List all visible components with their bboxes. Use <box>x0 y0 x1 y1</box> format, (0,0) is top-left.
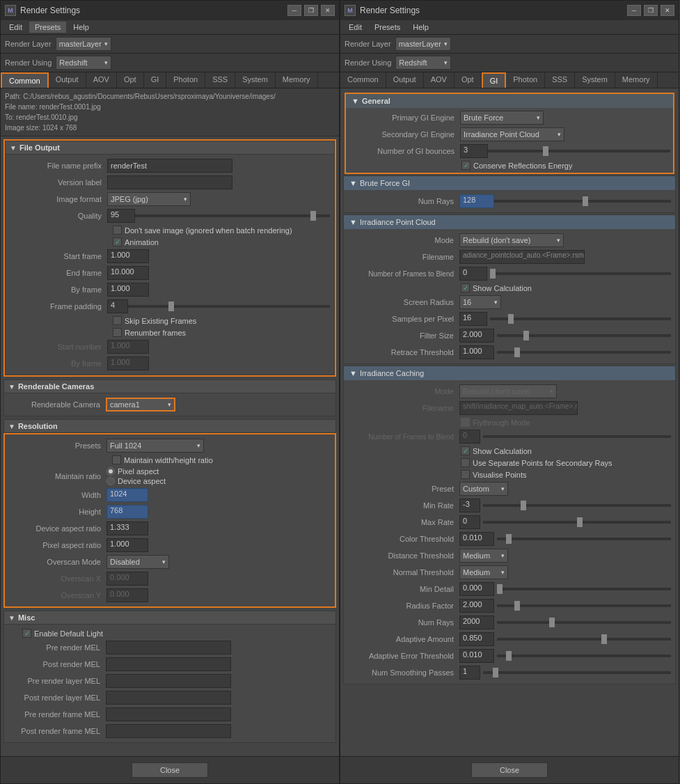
camera-dropdown[interactable]: camera1 ▾ <box>106 398 175 411</box>
ic-num-rays-slider[interactable] <box>497 621 671 624</box>
file-output-header[interactable]: ▼ File Output <box>5 141 335 155</box>
conserve-reflections-checkbox[interactable]: ✓ <box>461 161 471 170</box>
pixel-aspect-radio[interactable] <box>106 467 115 476</box>
ic-adaptive-amount-slider[interactable] <box>497 638 671 641</box>
ic-num-rays-value[interactable]: 2000 <box>459 616 494 629</box>
retrace-value[interactable]: 1.000 <box>459 345 494 359</box>
frame-padding-thumb[interactable] <box>168 301 174 311</box>
right-tab-photon[interactable]: Photon <box>506 72 545 88</box>
samples-thumb[interactable] <box>508 314 514 324</box>
ic-min-detail-thumb[interactable] <box>497 584 503 594</box>
num-rays-value[interactable]: 128 <box>459 194 494 208</box>
post-render-layer-mel-input[interactable] <box>106 691 231 705</box>
ic-min-rate-thumb[interactable] <box>521 501 526 510</box>
tab-photon[interactable]: Photon <box>166 72 205 88</box>
resolution-header[interactable]: ▼ Resolution <box>3 419 336 433</box>
right-render-layer-dropdown[interactable]: masterLayer ▾ <box>395 37 451 51</box>
num-rays-thumb[interactable] <box>583 196 588 206</box>
post-render-frame-mel-input[interactable] <box>106 724 231 738</box>
ic-min-detail-slider[interactable] <box>497 588 671 590</box>
ic-max-rate-value[interactable]: 0 <box>459 515 480 529</box>
bounces-slider[interactable] <box>488 150 670 152</box>
version-label-input[interactable] <box>107 175 232 189</box>
device-aspect-radio[interactable] <box>106 477 115 485</box>
ic-color-threshold-thumb[interactable] <box>506 534 512 544</box>
ic-num-smoothing-thumb[interactable] <box>493 668 498 677</box>
right-menu-presets[interactable]: Presets <box>369 22 406 33</box>
ipc-frames-blend-thumb[interactable] <box>490 269 496 279</box>
right-restore-btn[interactable]: ❐ <box>644 5 658 16</box>
right-render-using-dropdown[interactable]: Redshift ▾ <box>395 56 451 70</box>
ic-radius-factor-value[interactable]: 2.000 <box>459 599 494 613</box>
tab-sss[interactable]: SSS <box>205 72 235 88</box>
pre-render-mel-input[interactable] <box>106 641 231 654</box>
ic-adaptive-amount-thumb[interactable] <box>601 634 607 644</box>
misc-header[interactable]: ▼ Misc <box>3 611 336 625</box>
ipc-show-calc-checkbox[interactable]: ✓ <box>461 283 470 292</box>
filter-size-thumb[interactable] <box>523 331 529 340</box>
quality-value[interactable]: 95 <box>107 209 135 223</box>
resolution-presets-dropdown[interactable]: Full 1024 ▾ <box>106 439 204 453</box>
tab-opt[interactable]: Opt <box>117 72 144 88</box>
left-menu-presets[interactable]: Presets <box>29 22 66 33</box>
left-scroll-area[interactable]: ▼ File Output File name prefix Version l… <box>1 136 339 756</box>
ic-num-rays-thumb[interactable] <box>549 618 555 627</box>
left-render-layer-dropdown[interactable]: masterLayer ▾ <box>56 37 111 51</box>
right-close-btn[interactable]: ✕ <box>661 5 674 16</box>
end-frame-value[interactable]: 10.000 <box>107 266 149 280</box>
right-tab-memory[interactable]: Memory <box>615 72 658 88</box>
ic-min-rate-slider[interactable] <box>483 504 671 507</box>
ic-use-separate-checkbox[interactable] <box>461 458 470 467</box>
num-rays-slider[interactable] <box>494 200 671 203</box>
ic-adaptive-amount-value[interactable]: 0.850 <box>459 632 494 646</box>
tab-aov[interactable]: AOV <box>86 72 117 88</box>
overscan-mode-dropdown[interactable]: Disabled ▾ <box>106 555 169 569</box>
ic-visualise-checkbox[interactable] <box>461 470 470 479</box>
start-frame-value[interactable]: 1.000 <box>107 249 149 263</box>
right-tab-gi[interactable]: GI <box>482 72 507 88</box>
retrace-thumb[interactable] <box>514 347 520 357</box>
ipc-frames-blend-slider[interactable] <box>490 272 671 275</box>
ic-num-smoothing-slider[interactable] <box>483 671 671 674</box>
pixel-aspect-ratio-value[interactable]: 1.000 <box>106 538 148 552</box>
maintain-ratio-checkbox[interactable] <box>112 455 121 464</box>
right-minimize-btn[interactable]: ─ <box>627 5 641 16</box>
bounces-thumb[interactable] <box>543 146 548 156</box>
cameras-header[interactable]: ▼ Renderable Cameras <box>3 379 336 393</box>
ic-adaptive-error-thumb[interactable] <box>506 651 512 661</box>
by-frame-value[interactable]: 1.000 <box>107 283 149 297</box>
left-minimize-btn[interactable]: ─ <box>287 5 301 16</box>
frame-padding-value[interactable]: 4 <box>107 299 128 313</box>
ic-max-rate-thumb[interactable] <box>577 517 583 527</box>
ic-preset-dropdown[interactable]: Custom ▾ <box>459 482 508 496</box>
right-scroll-area[interactable]: ▼ General Primary GI Engine Brute Force … <box>340 88 679 756</box>
ic-min-rate-value[interactable]: -3 <box>459 499 480 512</box>
ic-adaptive-error-slider[interactable] <box>497 654 671 657</box>
frame-padding-slider[interactable] <box>128 305 330 308</box>
left-menu-edit[interactable]: Edit <box>3 22 28 33</box>
right-tab-aov[interactable]: AOV <box>424 72 454 88</box>
ic-color-threshold-value[interactable]: 0.010 <box>459 532 494 546</box>
right-tab-output[interactable]: Output <box>386 72 424 88</box>
ic-distance-threshold-dropdown[interactable]: Medium ▾ <box>459 549 508 563</box>
bounces-value[interactable]: 3 <box>460 144 488 158</box>
ipc-header[interactable]: ▼ Irradiance Point Cloud <box>344 215 675 229</box>
screen-radius-dropdown[interactable]: 16 ▾ <box>459 295 501 309</box>
left-restore-btn[interactable]: ❐ <box>304 5 318 16</box>
left-menu-help[interactable]: Help <box>68 22 95 33</box>
primary-engine-dropdown[interactable]: Brute Force ▾ <box>460 111 544 125</box>
tab-common[interactable]: Common <box>1 72 49 88</box>
tab-output[interactable]: Output <box>49 72 86 88</box>
tab-gi[interactable]: GI <box>144 72 167 88</box>
dont-save-checkbox[interactable] <box>113 226 122 235</box>
tab-memory[interactable]: Memory <box>276 72 318 88</box>
right-tab-system[interactable]: System <box>575 72 615 88</box>
animation-checkbox[interactable]: ✓ <box>113 237 122 246</box>
skip-existing-checkbox[interactable] <box>113 316 122 325</box>
ic-normal-threshold-dropdown[interactable]: Medium ▾ <box>459 565 508 579</box>
pre-render-frame-mel-input[interactable] <box>106 707 231 721</box>
renumber-checkbox[interactable] <box>113 328 122 337</box>
right-tab-opt[interactable]: Opt <box>454 72 482 88</box>
ic-radius-factor-slider[interactable] <box>497 604 671 607</box>
tab-system[interactable]: System <box>235 72 276 88</box>
